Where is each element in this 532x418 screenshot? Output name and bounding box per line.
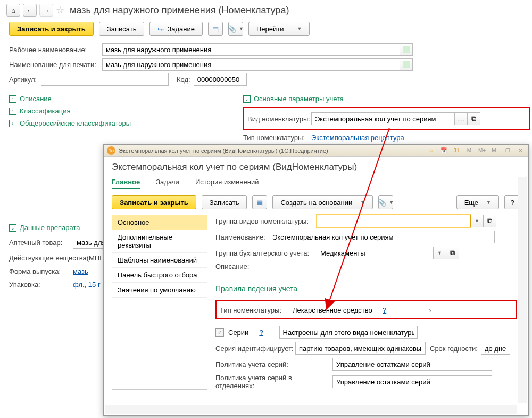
open-button[interactable]: ⧉ <box>484 215 496 227</box>
home-icon: ⌂ <box>11 6 15 14</box>
section-description[interactable]: ›Описание <box>9 95 222 103</box>
app-icon: 1c <box>107 146 115 155</box>
window-header: ⌂ ← → ☆ мазь для наружного применения (Н… <box>1 1 531 19</box>
dialog-title: Экстемпоральная кол учет по сериям (ВидН… <box>119 147 423 154</box>
chevron-down-icon: ⌄ <box>9 224 16 232</box>
release-form-link[interactable]: мазь <box>73 267 88 275</box>
save-button[interactable]: Записать <box>99 22 145 36</box>
ellipsis-icon: … <box>458 115 464 123</box>
code-input[interactable] <box>194 73 247 86</box>
restore-button[interactable]: ❐ <box>503 146 512 155</box>
chevron-down-icon: ▼ <box>239 26 244 31</box>
open-icon: ⧉ <box>487 217 492 225</box>
tab-main[interactable]: Главное <box>112 178 140 189</box>
dialog-horizontal-scrollbar[interactable] <box>105 405 517 414</box>
side-item-defaults[interactable]: Значения по умолчанию <box>112 283 207 298</box>
release-form-label: Форма выпуска: <box>9 267 73 275</box>
report-button[interactable]: ▤ <box>208 22 223 36</box>
dlg-more-button[interactable]: Еще▼ <box>456 195 499 209</box>
dropdown-button[interactable]: ▼ <box>434 247 446 259</box>
pack-link[interactable]: фл., 15 г <box>73 281 101 289</box>
select-button[interactable]: … <box>455 112 468 125</box>
side-item-main[interactable]: Основное <box>112 215 207 230</box>
type-link[interactable]: Экстемпоральная рецептура <box>311 134 404 142</box>
tab-tasks[interactable]: Задачи <box>156 178 179 189</box>
article-input[interactable] <box>41 73 169 86</box>
group-kinds-input[interactable] <box>317 215 471 227</box>
tab-history[interactable]: История изменений <box>195 178 259 189</box>
dialog-vertical-scrollbar[interactable] <box>518 177 527 403</box>
back-button[interactable]: ← <box>23 4 37 17</box>
copy-icon <box>403 46 410 53</box>
calendar-icon[interactable]: 31 <box>452 146 461 155</box>
policy-dept-input[interactable] <box>332 375 492 388</box>
forward-button[interactable]: → <box>39 4 53 17</box>
code-label: Код: <box>177 76 190 84</box>
dropdown-button[interactable]: ▼ <box>471 215 484 227</box>
rules-type-input[interactable] <box>289 304 379 316</box>
dlg-save-close-button[interactable]: Записать и закрыть <box>112 195 196 209</box>
open-icon: ⧉ <box>450 249 455 257</box>
rules-type-help[interactable]: ? <box>383 306 386 314</box>
pharmacy-item-label: Аптечный товар: <box>9 239 73 247</box>
chevron-down-icon: ▼ <box>486 200 491 205</box>
save-close-button[interactable]: Записать и закрыть <box>9 22 94 36</box>
memory-m[interactable]: M <box>464 146 474 155</box>
favorite-icon[interactable]: ☆ <box>56 4 64 16</box>
side-item-quick[interactable]: Панель быстрого отбора <box>112 268 207 283</box>
open-ref-button[interactable] <box>400 58 413 71</box>
open-button[interactable]: ⧉ <box>468 112 480 125</box>
task-button[interactable]: ⮓Задание <box>149 22 203 36</box>
section-classification[interactable]: ›Классификация <box>9 107 222 115</box>
name-input[interactable] <box>269 231 495 243</box>
dlg-report-button[interactable]: ▤ <box>252 195 267 209</box>
kind-label: Вид номенклатуры: <box>247 115 311 123</box>
dlg-save-button[interactable]: Записать <box>202 195 247 209</box>
type-label: Тип номенклатуры: <box>243 134 311 142</box>
series-help[interactable]: ? <box>259 329 263 337</box>
favorite-icon[interactable]: ☆ <box>426 146 436 155</box>
accounting-group-input[interactable] <box>317 247 434 259</box>
series-checkbox[interactable]: ✓ <box>215 328 224 337</box>
print-name-label: Наименование для печати: <box>9 61 102 69</box>
policy-input[interactable] <box>332 358 492 371</box>
attach-icon: 📎 <box>378 199 386 207</box>
side-item-templates[interactable]: Шаблоны наименований <box>112 253 207 268</box>
side-item-extra[interactable]: Дополнительные реквизиты <box>112 230 207 253</box>
open-button[interactable]: ⧉ <box>446 247 459 259</box>
expiry-input[interactable] <box>481 342 510 355</box>
name-label: Наименование: <box>215 233 269 241</box>
print-name-input[interactable] <box>102 58 400 71</box>
policy-label: Политика учета серий: <box>215 360 332 368</box>
calc-icon[interactable]: 📅 <box>439 146 448 155</box>
dialog-toolbar: Записать и закрыть Записать ▤ Создать на… <box>112 195 520 209</box>
memory-mplus[interactable]: M+ <box>477 146 487 155</box>
dialog-titlebar[interactable]: 1c Экстемпоральная кол учет по сериям (В… <box>104 145 528 157</box>
home-button[interactable]: ⌂ <box>6 4 20 17</box>
active-sub-label: Действующие вещества(МНН) <box>9 254 107 262</box>
close-button[interactable]: ✕ <box>516 146 525 155</box>
chevron-down-icon: ▼ <box>360 200 365 205</box>
kind-dialog: 1c Экстемпоральная кол учет по сериям (В… <box>103 144 529 416</box>
main-toolbar: Записать и закрыть Записать ⮓Задание ▤ 📎… <box>1 19 531 38</box>
section-main-params[interactable]: ⌄Основные параметры учета <box>243 95 530 103</box>
series-identify-input[interactable] <box>295 342 426 355</box>
description-label: Описание: <box>215 263 269 271</box>
kind-input[interactable] <box>311 112 455 125</box>
chevron-down-icon: ⌄ <box>243 95 251 103</box>
chevron-right-icon: › <box>9 120 16 127</box>
copy-icon <box>403 61 410 68</box>
dlg-attach-button[interactable]: 📎▼ <box>378 195 393 209</box>
dlg-create-on-button[interactable]: Создать на основании▼ <box>272 195 373 209</box>
attach-button[interactable]: 📎▼ <box>228 22 243 36</box>
highlight-box-kind: Вид номенклатуры: … ⧉ <box>243 107 530 130</box>
go-button[interactable]: Перейти▼ <box>248 22 310 36</box>
dialog-tabs: Главное Задачи История изменений <box>112 178 520 189</box>
section-all-russian[interactable]: ›Общероссийские классификаторы <box>9 119 222 127</box>
grid-icon: ▤ <box>212 25 219 33</box>
work-name-input[interactable] <box>102 43 400 56</box>
open-ref-button[interactable] <box>400 43 413 56</box>
memory-mminus[interactable]: M- <box>490 146 500 155</box>
series-setup-input[interactable] <box>279 326 418 339</box>
expiry-label: Срок годности: <box>430 345 478 353</box>
